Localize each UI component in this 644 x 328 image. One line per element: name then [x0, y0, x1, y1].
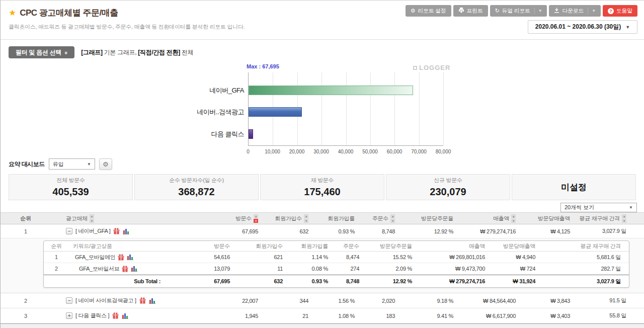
chart-category-daum-clix[interactable]: 다음 클릭스 [131, 129, 244, 139]
subcol-rank: 순위 [44, 242, 69, 250]
chart-section: Max : 67,695 LOGGER 네이버_GFA 네이버..검색광고 다음… [1, 60, 644, 157]
col-repurchase-interval: 평균 재구매 간격 [580, 215, 620, 222]
collapse-icon[interactable]: − [66, 228, 72, 234]
chart-plot [248, 72, 443, 146]
col-order-rate: 방문당주문율 [421, 215, 453, 222]
sort-revenue-icon[interactable]: ▲▼ [511, 214, 516, 223]
expand-icon[interactable]: + [66, 312, 72, 319]
bar-chart-icon[interactable] [122, 313, 129, 319]
subtable-row-gfa-mobile-sub: 2 GFA_모바일서브 13,079 11 0.08 % 274 2.09 % … [44, 263, 629, 275]
summary-dashboard-header: 요약 대시보드 유입 ▼ ⚙ [1, 157, 644, 171]
keyword-subtable: 순위 키워드/광고상품 방문수 회원가입수 회원가입률 주문수 방문당주문율 매… [43, 240, 629, 288]
bar-naver-search[interactable] [249, 107, 302, 117]
col-visits: 방문수 [235, 215, 252, 222]
col-revenue-per-visit: 방문당매출액 [538, 215, 570, 222]
report-header: ★ CPC 광고매체별 주문/매출 클릭초이스, 애드워즈 등 광고매체별 방문… [1, 1, 644, 40]
summary-cards: 전체 방문수 405,539 순수 방문자수(일 순수) 368,872 재 방… [1, 171, 644, 200]
table-total-row: Total : 91,647 997 1.09 % 10,951 11.95 %… [1, 323, 644, 328]
keyword-name-link[interactable]: GFA_모바일서브 [79, 265, 119, 273]
table-row-daum-clix: 3 + [ 다음 클릭스 ] 1,945 21 1.08 % 183 9.41 … [1, 308, 644, 323]
media-name-link[interactable]: [ 네이버 사이트검색광고 ] [75, 297, 136, 304]
subcol-revenue-per-visit: 방문당매출액 [489, 242, 539, 250]
page-size-row: 20개씩 보기 ▼ [1, 200, 644, 212]
question-icon: ? [608, 8, 614, 14]
card-total-visits: 전체 방문수 405,539 [9, 174, 133, 200]
filter-row: 필터 및 옵션 선택 » [그래프] 기본 그래프, [직접/간접 전환] 전체 [1, 44, 644, 60]
subtable-header-row: 순위 키워드/광고상품 방문수 회원가입수 회원가입률 주문수 방문당주문율 매… [44, 241, 629, 252]
print-button[interactable]: 프린트 [453, 5, 488, 17]
subcol-orders: 주문수 [332, 242, 363, 250]
col-signup-rate: 회원가입률 [328, 215, 355, 222]
chart-xaxis: 010,00020,00030,00040,00050,00060,00070,… [248, 149, 443, 156]
help-button[interactable]: ? 도움말 [603, 5, 637, 17]
chevron-down-icon: ▼ [87, 162, 91, 167]
date-range-picker[interactable]: 2020.06.01 ~ 2020.06.30 (30일) ▼ [528, 20, 637, 34]
keyword-name-link[interactable]: GFA_모바일메인 [75, 254, 115, 261]
bar-chart-icon[interactable] [123, 228, 130, 234]
gift-icon[interactable] [122, 266, 128, 272]
sort-signups-icon[interactable]: ▲▼ [304, 214, 308, 223]
bar-daum-clix[interactable] [249, 129, 253, 139]
dashboard-metric-select[interactable]: 유입 ▼ [49, 158, 95, 170]
card-return-visits: 재 방문수 175,460 [260, 174, 384, 200]
subcol-keyword: 키워드/광고상품 [69, 242, 165, 250]
filter-summary-text: [그래프] 기본 그래프, [직접/간접 전환] 전체 [81, 48, 193, 57]
media-name-link[interactable]: [ 네이버_GFA ] [75, 227, 110, 235]
chevron-down-icon: ▼ [629, 205, 633, 210]
chart-category-naver-gfa[interactable]: 네이버_GFA [131, 86, 244, 95]
subcol-visits: 방문수 [165, 242, 234, 250]
sort-repurchase-icon[interactable]: ▲▼ [622, 214, 626, 223]
table-row-naver-gfa: 1 − [ 네이버_GFA ] 67,695 632 0.93 % 8,748 … [1, 224, 644, 238]
dashboard-settings-button[interactable]: ⚙ [99, 158, 112, 170]
col-signups: 회원가입수 [275, 215, 302, 222]
report-settings-button[interactable]: ⚙ 리포트 설정 [406, 5, 451, 17]
chevron-down-icon: ▼ [534, 8, 542, 14]
bar-chart-icon[interactable] [127, 254, 134, 260]
report-page: ★ CPC 광고매체별 주문/매출 클릭초이스, 애드워즈 등 광고매체별 방문… [0, 0, 644, 328]
gift-icon[interactable] [118, 254, 124, 261]
dual-report-button[interactable]: ↻ 듀얼 리포트 ▼ [490, 5, 547, 17]
sort-visits-icon[interactable]: ▲▼ [254, 214, 258, 223]
logger-logo: LOGGER [413, 64, 450, 71]
media-data-table: 순위 광고매체▲▼ 방문수▲▼ 회원가입수▲▼ 회원가입률 주문수▲▼ 방문당주… [1, 212, 644, 328]
subcol-order-rate: 방문당주문율 [363, 242, 416, 250]
header-toolbar: ⚙ 리포트 설정 프린트 ↻ 듀얼 리포트 ▼ 다운로드 ▼ ? 도움말 [406, 5, 637, 17]
bar-chart-icon[interactable] [131, 266, 138, 272]
chevron-down-icon: ▼ [625, 25, 630, 30]
gift-icon[interactable] [139, 297, 146, 304]
table-row-naver-search: 2 − [ 네이버 사이트검색광고 ] 22,007 344 1.56 % 2,… [1, 293, 644, 308]
download-icon [554, 8, 559, 14]
refresh-icon: ↻ [495, 8, 500, 14]
col-orders: 주문수 [372, 215, 388, 222]
gift-icon[interactable] [113, 228, 120, 234]
favorite-star-icon[interactable]: ★ [9, 8, 16, 18]
sort-media-icon[interactable]: ▲▼ [90, 214, 94, 223]
summary-dashboard-label: 요약 대시보드 [9, 160, 45, 169]
subcol-signups: 회원가입수 [234, 242, 287, 250]
bar-chart-icon[interactable] [149, 298, 156, 304]
col-rank: 순위 [1, 215, 51, 222]
page-size-select[interactable]: 20개씩 보기 ▼ [560, 203, 637, 212]
chevron-down-icon: ▼ [588, 8, 596, 14]
col-revenue: 매출액 [493, 215, 509, 222]
subcol-signup-rate: 회원가입률 [287, 242, 332, 250]
page-title: CPC 광고매체별 주문/매출 [20, 7, 118, 19]
double-chevron-down-icon: » [63, 51, 69, 53]
filter-options-button[interactable]: 필터 및 옵션 선택 » [9, 46, 74, 58]
collapse-icon[interactable]: − [66, 297, 72, 304]
card-unique-visitors: 순수 방문자수(일 순수) 368,872 [134, 174, 259, 200]
download-button[interactable]: 다운로드 ▼ [549, 5, 600, 17]
sort-orders-icon[interactable]: ▲▼ [390, 214, 395, 223]
subtotal-label: Sub Total : [69, 278, 165, 284]
media-name-link[interactable]: [ 다음 클릭스 ] [75, 312, 109, 319]
gear-icon: ⚙ [103, 160, 109, 168]
card-new-visits: 신규 방문수 230,079 [386, 174, 510, 200]
chart-category-naver-search[interactable]: 네이버..검색광고 [131, 107, 244, 117]
chart-max-label: Max : 67,695 [247, 63, 279, 69]
bar-naver-gfa[interactable] [249, 86, 413, 95]
logger-logo-icon [413, 66, 417, 70]
gear-icon: ⚙ [411, 8, 416, 14]
gift-icon[interactable] [112, 312, 119, 319]
table-header-row: 순위 광고매체▲▼ 방문수▲▼ 회원가입수▲▼ 회원가입률 주문수▲▼ 방문당주… [1, 212, 644, 224]
col-media: 광고매체 [66, 215, 88, 222]
